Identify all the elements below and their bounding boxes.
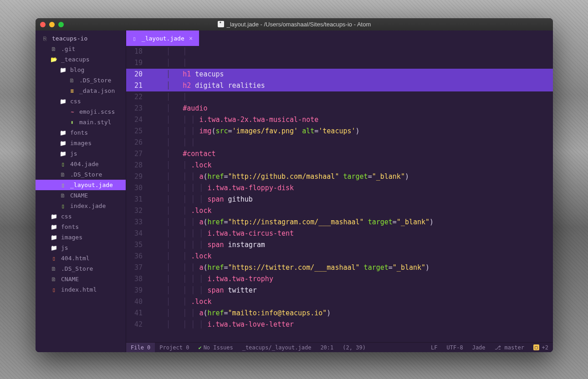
tree-item[interactable]: fonts <box>36 222 126 232</box>
tree-item[interactable]: blog <box>36 65 126 75</box>
project-tree[interactable]: teacups-io .git_teacupsblog.DS_Store_dat… <box>36 30 126 352</box>
tree-item[interactable]: .DS_Store <box>36 169 126 180</box>
status-cursor[interactable]: 20:1 <box>316 343 338 352</box>
tab-layout-jade[interactable]: _layout.jade × <box>126 30 199 46</box>
line-number[interactable]: 25 <box>128 126 143 137</box>
line-number[interactable]: 23 <box>128 103 143 114</box>
line-number[interactable]: 38 <box>128 273 143 285</box>
code-line[interactable]: │ │ │ <box>146 137 553 148</box>
line-number[interactable]: 30 <box>128 182 143 194</box>
line-number[interactable]: 34 <box>128 228 143 239</box>
file-icon <box>50 276 57 283</box>
line-number[interactable]: 20 <box>126 69 146 80</box>
status-file[interactable]: File 0 <box>126 343 155 352</box>
line-number[interactable]: 42 <box>128 319 143 330</box>
tree-item[interactable]: images <box>36 138 126 148</box>
line-number[interactable]: 32 <box>128 205 143 217</box>
line-number[interactable]: 37 <box>128 262 143 273</box>
code-line[interactable]: │ │ <box>146 46 553 57</box>
code-line[interactable]: │ │ │ img(src='images/fav.png' alt='teac… <box>146 126 553 137</box>
tree-item[interactable]: 404.jade <box>36 159 126 169</box>
close-window-button[interactable] <box>40 22 46 27</box>
tree-item[interactable]: CNAME <box>36 274 126 284</box>
status-git-diff[interactable]: ▢+2 <box>529 343 553 352</box>
line-number[interactable]: 28 <box>128 160 143 171</box>
db-icon <box>68 87 76 95</box>
status-encoding[interactable]: UTF-8 <box>442 343 468 352</box>
tree-item[interactable]: .DS_Store <box>36 263 126 274</box>
code-line[interactable]: │ h2 digital realities <box>146 80 553 91</box>
code-line[interactable]: │ │ │ │ span github <box>146 194 553 205</box>
tree-item[interactable]: js <box>36 148 126 159</box>
code-line[interactable]: │ #audio <box>146 103 553 114</box>
line-number[interactable]: 40 <box>128 296 143 308</box>
tree-item[interactable]: main.styl <box>36 117 126 127</box>
close-tab-button[interactable]: × <box>189 35 193 42</box>
line-number[interactable]: 35 <box>128 239 143 251</box>
code-line[interactable]: │ │ │ a(href="http://instagram.com/___ma… <box>146 217 553 228</box>
window-titlebar[interactable]: _layout.jade - /Users/omashaal/Sites/tea… <box>36 18 553 30</box>
minimize-window-button[interactable] <box>49 22 55 27</box>
line-number[interactable]: 18 <box>128 46 143 57</box>
tree-item[interactable]: CNAME <box>36 190 126 201</box>
check-icon: ✔ <box>198 344 201 351</box>
tree-item[interactable]: css <box>36 211 126 222</box>
code-line[interactable]: │ │ │ │ i.twa.twa-circus-tent <box>146 228 553 239</box>
tree-item[interactable]: css <box>36 96 126 106</box>
tree-item[interactable]: emoji.scss <box>36 106 126 117</box>
code-area[interactable]: │ │ │ │ │ h1 teacups │ h2 digital realit… <box>146 46 553 342</box>
line-number[interactable]: 26 <box>128 137 143 148</box>
code-line[interactable]: │ │ │ │ i.twa.twa-trophy <box>146 273 553 285</box>
zoom-window-button[interactable] <box>58 22 64 27</box>
code-line[interactable]: │ │ │ │ i.twa.twa-love-letter <box>146 319 553 330</box>
line-number[interactable]: 24 <box>128 114 143 126</box>
code-line[interactable]: │ │ │ i.twa.twa-2x.twa-musical-note <box>146 114 553 126</box>
tree-item[interactable]: .git <box>36 44 126 54</box>
code-line[interactable]: │ h1 teacups <box>146 69 553 80</box>
code-line[interactable]: │ │ <box>146 91 553 103</box>
code-line[interactable]: │ │ <box>146 57 553 69</box>
line-number[interactable]: 22 <box>128 91 143 103</box>
code-line[interactable]: │ │ .lock <box>146 160 553 171</box>
tree-item[interactable]: fonts <box>36 127 126 138</box>
line-number[interactable]: 33 <box>128 217 143 228</box>
tree-item[interactable]: js <box>36 243 126 253</box>
status-language[interactable]: Jade <box>468 343 490 352</box>
line-number[interactable]: 27 <box>128 148 143 160</box>
code-line[interactable]: │ │ │ a(href="http://github.com/mashaal"… <box>146 171 553 182</box>
line-gutter[interactable]: 1819202122232425262728293031323334353637… <box>126 46 146 342</box>
tree-root[interactable]: teacups-io <box>36 33 126 44</box>
status-line-ending[interactable]: LF <box>426 343 442 352</box>
tree-item[interactable]: _layout.jade <box>36 180 126 190</box>
code-line[interactable]: │ │ .lock <box>146 296 553 308</box>
status-project[interactable]: Project 0 <box>155 343 194 352</box>
code-editor[interactable]: 1819202122232425262728293031323334353637… <box>126 46 553 342</box>
tree-item[interactable]: _teacups <box>36 54 126 65</box>
line-number[interactable]: 36 <box>128 251 143 262</box>
code-line[interactable]: │ │ │ │ span instagram <box>146 239 553 251</box>
line-number[interactable]: 21 <box>126 80 146 91</box>
tree-item[interactable]: index.html <box>36 284 126 295</box>
code-line[interactable]: │ │ .lock <box>146 251 553 262</box>
line-number[interactable]: 41 <box>128 308 143 319</box>
status-path[interactable]: _teacups/_layout.jade <box>238 343 316 352</box>
code-line[interactable]: │ │ │ a(href="https://twitter.com/___mas… <box>146 262 553 273</box>
tree-item[interactable]: index.jade <box>36 201 126 211</box>
line-number[interactable]: 31 <box>128 194 143 205</box>
code-line[interactable]: │ │ │ │ i.twa.twa-floppy-disk <box>146 182 553 194</box>
tree-item[interactable]: _data.json <box>36 86 126 96</box>
tree-item[interactable]: .DS_Store <box>36 75 126 86</box>
status-issues[interactable]: ✔No Issues <box>194 343 237 352</box>
tree-item-label: css <box>70 98 81 105</box>
code-line[interactable]: │ │ │ │ span twitter <box>146 285 553 296</box>
line-number[interactable]: 19 <box>128 57 143 69</box>
code-line[interactable]: │ │ │ a(href="mailto:info@teacups.io") <box>146 308 553 319</box>
line-number[interactable]: 39 <box>128 285 143 296</box>
line-number[interactable]: 29 <box>128 171 143 182</box>
status-branch[interactable]: master <box>490 343 529 352</box>
tree-item-label: CNAME <box>70 192 88 199</box>
code-line[interactable]: │ │ .lock <box>146 205 553 217</box>
code-line[interactable]: │ #contact <box>146 148 553 160</box>
tree-item[interactable]: 404.html <box>36 253 126 263</box>
tree-item[interactable]: images <box>36 232 126 243</box>
